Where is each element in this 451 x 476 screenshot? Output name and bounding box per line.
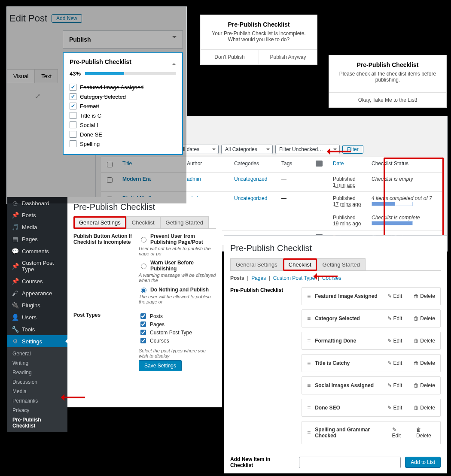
cpt-pages[interactable]: Pages [251,275,266,281]
check-courses[interactable] [140,338,146,343]
submenu-writing[interactable]: Writing [7,358,67,368]
tab-general-settings[interactable]: General Settings [230,258,283,271]
submenu-privacy[interactable]: Privacy [7,406,67,415]
publish-metabox[interactable]: Publish [63,30,183,49]
checkbox-icon[interactable] [70,112,76,119]
delete-button[interactable]: 🗑 Delete [416,427,435,439]
edit-button[interactable]: ✎ Edit [387,293,402,299]
brush-icon: 🖌 [12,290,18,297]
sidebar-item-appearance[interactable]: 🖌Appearance [7,287,67,299]
sidebar-item-tools[interactable]: 🔧Tools [7,323,67,335]
add-new-button[interactable]: Add New [52,14,82,23]
sidebar-item-custom-post-type[interactable]: 📌Custom Post Type [7,257,67,275]
checklist-item[interactable]: Done SE [70,131,176,138]
edit-button[interactable]: ✎ Edit [387,360,402,366]
drag-handle-icon[interactable]: ≡ [307,404,311,411]
sidebar-item-comments[interactable]: 💬Comments [7,245,67,257]
drag-handle-icon[interactable]: ≡ [307,337,311,344]
tab-getting-started[interactable]: Getting Started [317,258,366,271]
author-link[interactable]: admin [187,176,201,182]
checklist-item[interactable]: Social I [70,121,176,128]
checklist-item[interactable]: ✔Category Selected [70,93,176,100]
check-cpt[interactable] [140,330,146,335]
publish-anyway-button[interactable]: Publish Anyway [259,50,317,64]
drag-handle-icon[interactable]: ≡ [307,315,311,322]
drag-handle-icon[interactable]: ≡ [307,429,311,436]
submenu-general[interactable]: General [7,349,67,358]
edit-button[interactable]: ✎ Edit [387,382,402,388]
delete-button[interactable]: 🗑 Delete [414,293,435,299]
item-label: Social Images Assigned [315,382,374,388]
checklist-item[interactable]: ✔Featured Image Assigned [70,84,176,91]
drag-handle-icon[interactable]: ≡ [307,293,311,300]
cpt-custom[interactable]: Custom Post Type [273,275,315,281]
check-posts[interactable] [140,313,146,319]
cpt-posts[interactable]: Posts [230,275,244,281]
fullscreen-icon[interactable]: ⤢ [33,91,42,100]
edit-button[interactable]: ✎ Edit [387,315,402,321]
checkbox-icon[interactable] [70,131,76,138]
select-all-checkbox[interactable] [107,162,113,167]
submenu-pre-publish-checklist[interactable]: Pre-Publish Checklist [7,415,67,431]
tab-general-settings[interactable]: General Settings [73,216,126,229]
category-link[interactable]: Uncategorized [234,176,267,182]
checklist-item[interactable]: Spelling [70,140,176,147]
sidebar-item-settings[interactable]: ⚙Settings [7,335,67,347]
sidebar-item-courses[interactable]: 📌Courses [7,275,67,287]
checkbox-icon[interactable] [70,121,76,128]
tab-visual[interactable]: Visual [7,69,35,83]
checkbox-icon[interactable]: ✔ [70,103,76,109]
delete-button[interactable]: 🗑 Delete [414,338,435,344]
delete-button[interactable]: 🗑 Delete [414,382,435,388]
tab-checklist[interactable]: Checklist [283,258,317,271]
opt-prevent-label: Prevent User from Publishing Page/Post [150,233,216,245]
okay-button[interactable]: Okay, Take Me to the List! [329,92,446,107]
checkbox-icon[interactable]: ✔ [70,84,76,91]
tab-getting-started[interactable]: Getting Started [160,216,209,229]
sidebar-item-label: Dashboard [22,200,49,206]
sidebar-item-media[interactable]: 🎵Media [7,221,67,233]
checkbox-icon[interactable]: ✔ [70,93,76,100]
drag-handle-icon[interactable]: ≡ [307,360,311,367]
edit-button[interactable]: ✎ Edit [387,338,402,344]
checkbox-icon[interactable] [70,140,76,147]
sidebar-item-posts[interactable]: 📌Posts [7,209,67,221]
add-to-list-button[interactable]: Add to List [405,457,441,468]
radio-prevent[interactable] [141,237,146,243]
row-checkbox[interactable] [107,177,113,183]
save-settings-button[interactable]: Save Settings [139,360,182,371]
delete-button[interactable]: 🗑 Delete [414,405,435,411]
edit-button[interactable]: ✎ Edit [392,427,405,439]
radio-warn[interactable] [141,264,146,269]
submenu-discussion[interactable]: Discussion [7,377,67,387]
col-date[interactable]: Date [333,161,344,167]
radio-donothing[interactable] [141,288,146,293]
tab-text[interactable]: Text [35,69,58,83]
add-new-input[interactable] [299,457,401,468]
drag-handle-icon[interactable]: ≡ [307,382,311,389]
gauge-icon: ◷ [12,200,18,206]
tab-checklist[interactable]: Checklist [126,216,160,229]
sidebar-item-pages[interactable]: ▤Pages [7,233,67,245]
opt-donothing-label: Do Nothing and Publish [150,287,209,293]
dont-publish-button[interactable]: Don't Publish [201,50,259,64]
delete-button[interactable]: 🗑 Delete [414,360,435,366]
sidebar-item-dashboard[interactable]: ◷Dashboard [7,197,67,209]
submenu-reading[interactable]: Reading [7,368,67,377]
progress-bar [372,202,413,206]
page-title: Pre-Publish Checklist [73,202,216,212]
sidebar-item-plugins[interactable]: 🔌Plugins [7,299,67,311]
col-title[interactable]: Title [122,161,132,167]
delete-button[interactable]: 🗑 Delete [414,315,435,321]
chevron-up-icon[interactable] [172,58,176,65]
check-pages[interactable] [140,321,146,327]
progress-bar [372,221,413,225]
edit-button[interactable]: ✎ Edit [387,405,402,411]
checklist-item[interactable]: ✔Formatt [70,103,176,109]
post-title-link[interactable]: Modern Era [122,176,151,182]
categories-filter[interactable]: All Categories [221,145,273,154]
checklist-item[interactable]: Title is C [70,112,176,119]
filter-button[interactable]: Filter [342,145,363,154]
sidebar-item-users[interactable]: 👤Users [7,311,67,323]
category-link[interactable]: Uncategorized [234,195,267,201]
